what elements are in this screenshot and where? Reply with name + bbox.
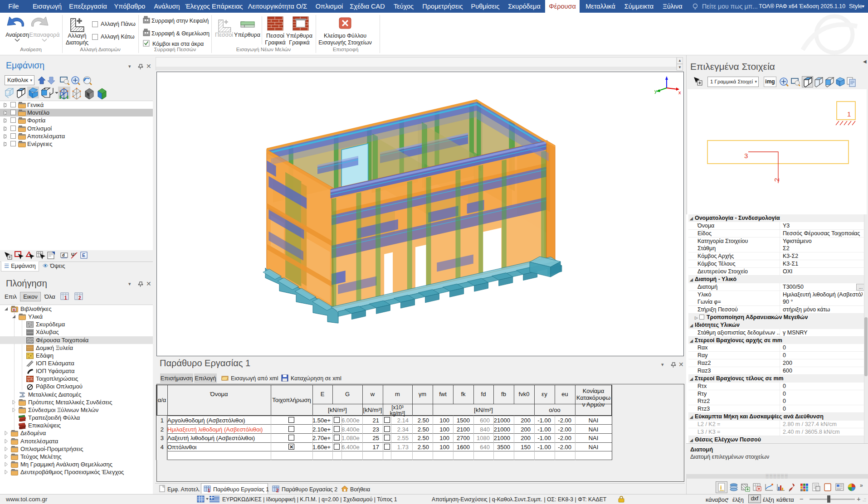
svg-text:B: B xyxy=(13,308,15,312)
svg-text:y: y xyxy=(654,88,657,94)
svg-text:»: » xyxy=(860,482,863,489)
svg-text:1: 1 xyxy=(208,488,210,493)
svg-text:3: 3 xyxy=(744,152,748,160)
svg-text:1: 1 xyxy=(847,110,851,118)
svg-text:2: 2 xyxy=(78,296,81,300)
svg-text:1: 1 xyxy=(64,296,67,300)
svg-text:d: d xyxy=(62,253,65,257)
svg-text:E: E xyxy=(82,252,85,258)
svg-text:2: 2 xyxy=(773,178,780,182)
svg-text:i: i xyxy=(720,484,722,491)
svg-text:Ψ: Ψ xyxy=(71,252,76,258)
svg-text:2: 2 xyxy=(276,488,279,493)
svg-text:x: x xyxy=(678,90,681,95)
